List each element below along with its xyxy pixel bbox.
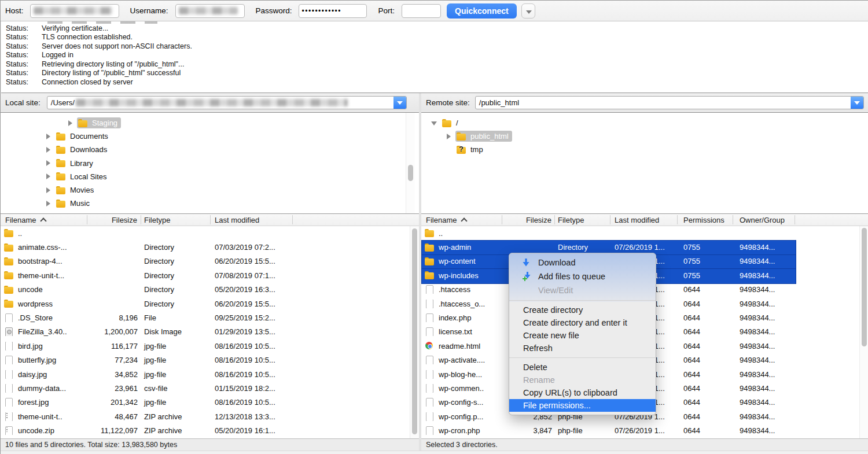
context-menu-item[interactable]: Download [509, 256, 656, 270]
file-row[interactable]: bootstrap-4... Directory 06/20/2019 15:5… [1, 254, 419, 268]
owner-group-cell: 9498344... [733, 370, 795, 379]
right-icon[interactable] [442, 133, 455, 140]
log-entry-type: Status: [1, 78, 42, 86]
file-icon [425, 328, 435, 336]
quickconnect-button[interactable]: Quickconnect [447, 3, 517, 19]
file-icon [425, 370, 435, 378]
tree-item-label: Documents [70, 132, 108, 141]
permissions-cell: 0755 [678, 243, 733, 252]
local-site-path-combo[interactable]: /Users/ [47, 96, 407, 109]
local-status-text: 10 files and 5 directories. Total size: … [5, 441, 177, 449]
host-input[interactable] [30, 4, 119, 18]
file-row[interactable]: wordpress Directory 06/20/2019 15:5... [1, 297, 419, 311]
remote-list-scrollbar-thumb[interactable] [862, 228, 867, 346]
file-row[interactable]: uncode Directory 05/20/2019 16:3... [1, 283, 419, 297]
file-row[interactable]: .. [1, 226, 419, 240]
local-list-scrollbar-thumb[interactable] [412, 228, 417, 434]
filename-text: wp-commen.. [439, 384, 484, 393]
context-menu-item[interactable]: Refresh [509, 342, 656, 355]
filename-cell: .. [1, 229, 87, 238]
file-row[interactable]: bird.jpg 116,177 jpg-file 08/16/2019 10:… [1, 339, 419, 353]
file-row[interactable]: animate.css-... Directory 07/03/2019 07:… [1, 240, 419, 254]
owner-group-cell: 9498344... [733, 327, 795, 336]
file-icon [4, 342, 14, 350]
column-header-filetype[interactable]: Filetype [555, 215, 610, 224]
tree-item[interactable]: ? tmp [421, 143, 868, 156]
file-row[interactable]: butterfly.jpg 77,234 jpg-file 08/16/2019… [1, 353, 419, 367]
context-menu-item[interactable]: Create new file [509, 329, 656, 342]
local-site-dropdown-button[interactable] [393, 97, 406, 109]
tree-item[interactable]: Staging [1, 116, 419, 130]
password-input[interactable]: •••••••••••• [299, 4, 367, 18]
folder-icon [78, 119, 88, 127]
right-icon[interactable] [63, 120, 77, 127]
filetype-cell: Directory [555, 243, 610, 252]
tree-item[interactable]: public_html [421, 130, 868, 143]
column-header-owner-group[interactable]: Owner/Group [733, 215, 795, 224]
context-menu-item[interactable]: Create directory and enter it [509, 316, 656, 329]
file-row[interactable]: forest.jpg 201,342 jpg-file 08/16/2019 1… [1, 396, 419, 409]
tree-item[interactable]: Movies [1, 183, 419, 197]
folder-icon [425, 243, 435, 252]
down-icon[interactable] [427, 120, 441, 127]
tree-item[interactable]: Local Sites [1, 170, 419, 183]
tree-item[interactable]: Library [1, 157, 419, 170]
column-header-filename[interactable]: Filename [1, 215, 87, 224]
right-icon[interactable] [41, 146, 55, 153]
right-icon[interactable] [41, 160, 55, 167]
log-entry: Status: Logged in [1, 51, 868, 60]
filetype-cell: Disk Image [141, 327, 211, 336]
local-list-scrollbar[interactable] [410, 226, 419, 438]
column-header-last-modified[interactable]: Last modified [610, 215, 678, 224]
folder-icon [56, 146, 66, 154]
right-icon[interactable] [41, 187, 55, 194]
column-header-last-modified[interactable]: Last modified [211, 215, 293, 224]
local-tree-scrollbar-thumb[interactable] [408, 165, 413, 181]
file-row[interactable]: theme-unit-t.. 48,467 ZIP archive 12/13/… [1, 409, 419, 423]
column-header-filesize[interactable]: Filesize [502, 215, 555, 224]
tree-item-label: Movies [70, 186, 94, 194]
right-icon[interactable] [41, 173, 55, 180]
none-icon[interactable] [442, 146, 455, 153]
column-header-filename[interactable]: Filename [421, 215, 502, 224]
remote-list-scrollbar[interactable] [859, 226, 868, 438]
context-menu-item[interactable]: Copy URL(s) to clipboard [509, 386, 656, 399]
remote-site-dropdown-button[interactable] [851, 97, 863, 109]
file-row[interactable]: dummy-data... 23,961 csv-file 01/15/2019… [1, 381, 419, 395]
permissions-cell: 0755 [678, 271, 733, 280]
file-row[interactable]: daisy.jpg 34,852 jpg-file 08/16/2019 10:… [1, 367, 419, 381]
port-input[interactable] [402, 4, 441, 18]
file-row[interactable]: theme-unit-t... Directory 07/08/2019 07:… [1, 268, 419, 282]
quickconnect-dropdown-button[interactable] [521, 3, 535, 19]
tree-item[interactable]: Downloads [1, 143, 419, 156]
filename-text: wp-cron.php [439, 426, 480, 435]
file-row[interactable]: FileZilla_3.40.. 1,200,007 Disk Image 01… [1, 325, 419, 339]
context-menu-item[interactable]: File permissions... [509, 399, 656, 412]
column-header-filetype[interactable]: Filetype [141, 215, 211, 224]
right-icon[interactable] [41, 133, 55, 140]
tree-item[interactable]: Documents [1, 130, 419, 143]
tree-item[interactable]: Music [1, 197, 419, 210]
column-header-filesize[interactable]: Filesize [87, 215, 141, 224]
file-row[interactable]: wp-cron.php 3,847 php-file 07/26/2019 1.… [421, 423, 868, 437]
remote-site-label: Remote site: [421, 98, 470, 107]
context-menu-item[interactable]: Create directory [509, 304, 656, 316]
local-tree-scrollbar[interactable] [406, 113, 415, 213]
filesize-cell: 48,467 [87, 412, 141, 421]
file-row[interactable]: .DS_Store 8,196 File 09/25/2019 15:2... [1, 311, 419, 324]
filesize-cell: 116,177 [87, 342, 141, 350]
remote-site-path-combo[interactable]: /public_html [475, 96, 864, 109]
tree-item[interactable]: / [421, 116, 868, 130]
file-row[interactable]: uncode.zip 11,122,097 ZIP archive 05/20/… [1, 423, 419, 437]
right-icon[interactable] [41, 200, 55, 207]
file-row[interactable]: .. [421, 226, 868, 240]
folder-icon [442, 119, 452, 127]
context-menu-item[interactable]: Delete [509, 361, 656, 374]
username-input[interactable] [175, 4, 245, 18]
context-menu-item[interactable]: Add files to queue [509, 270, 656, 283]
context-menu-item[interactable] [509, 300, 656, 301]
last-modified-cell: 08/16/2019 10:5... [211, 398, 293, 407]
context-menu-item[interactable] [509, 357, 656, 358]
column-header-permissions[interactable]: Permissions [678, 215, 733, 224]
last-modified-cell: 06/20/2019 15:5... [211, 300, 293, 308]
